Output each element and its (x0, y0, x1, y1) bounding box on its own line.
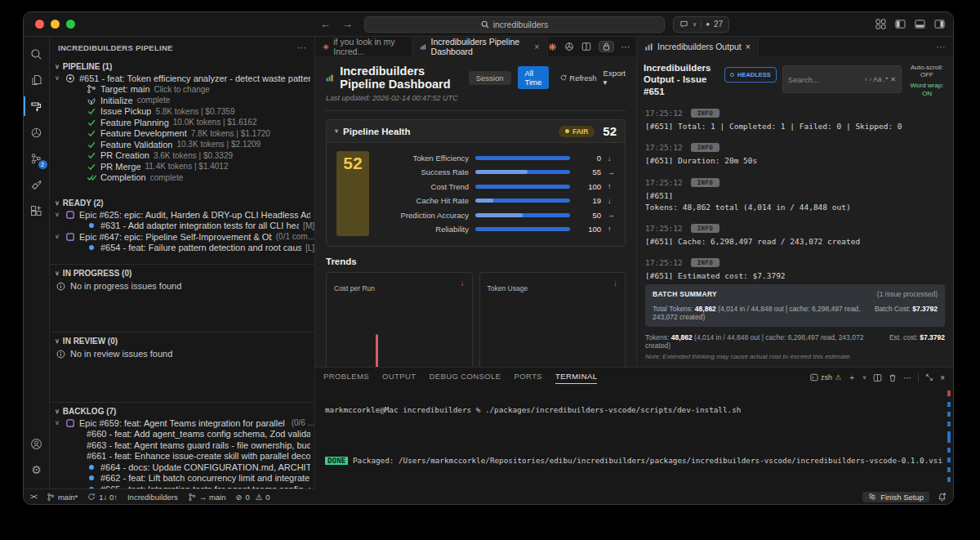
section-header-pipeline[interactable]: ∨ PIPELINE (1) (50, 60, 314, 73)
tree-item-detail: 10.0K tokens | $1.6162 (173, 118, 257, 127)
nav-back-icon[interactable]: ← (320, 18, 331, 30)
tree-item[interactable]: Feature Development 7.8K tokens | $1.172… (50, 128, 314, 140)
tab-output[interactable]: OUTPUT (382, 372, 416, 384)
files-view-icon[interactable] (24, 68, 50, 92)
tree-item[interactable]: ∨ Epic #647: epic: Pipeline Self-Improve… (50, 231, 314, 243)
info-icon (56, 350, 65, 359)
tab-incredibuilders-output[interactable]: Incredibuilders Output × (637, 37, 759, 56)
log-entry: 17:25:12 INFO [#651] Estimated cost: $7.… (645, 258, 945, 282)
chevron-down-icon[interactable]: ∨ (862, 374, 866, 381)
wordwrap-toggle[interactable]: Word wrap:ON (907, 82, 947, 96)
close-panel-icon[interactable]: × (940, 373, 945, 382)
tree-item[interactable]: Target: main Click to change (50, 84, 314, 96)
export-button[interactable]: Export ▾ (604, 69, 626, 87)
tree-item[interactable]: #663 - feat: Agent teams guard rails - f… (50, 440, 314, 451)
log-level-badge: INFO (691, 178, 719, 187)
tab-ports[interactable]: PORTS (514, 372, 543, 384)
tree-item[interactable]: #664 - docs: Update CONFIGURATION.md, AR… (50, 462, 314, 473)
pipeline-target[interactable]: → main (188, 493, 226, 502)
tree-item[interactable]: ∨ #651 - feat: Token efficiency analyzer… (50, 73, 314, 84)
tree-item[interactable]: ∨ Epic #659: feat: Agent Teams integrati… (50, 417, 314, 429)
close-tab-icon[interactable]: × (534, 42, 539, 51)
kill-terminal-icon[interactable] (889, 373, 897, 382)
tree-item[interactable]: #662 - feat: Lift batch concurrency limi… (50, 473, 314, 484)
project-name[interactable]: Incredibuilders (127, 493, 178, 502)
toggle-secondary-sidebar-icon[interactable] (934, 19, 945, 29)
notifications-bell-icon[interactable] (938, 493, 947, 502)
more-actions-icon[interactable]: ⋯ (621, 42, 630, 51)
finish-setup-button[interactable]: Finish Setup (862, 492, 929, 502)
output-search-input[interactable]: Search... ‹ › Aa .* ✕ (782, 65, 902, 93)
tree-item[interactable]: #631 - Add adapter integration tests for… (50, 221, 314, 232)
nav-forward-icon[interactable]: → (342, 18, 353, 30)
secondary-sidebar: Incredibuilders Output × ⋯ Incredibuilde… (636, 37, 953, 367)
openai-view-icon[interactable] (24, 120, 50, 145)
new-terminal-icon[interactable]: ＋ (848, 372, 856, 383)
extensions-view-icon[interactable] (24, 199, 50, 223)
tree-item[interactable]: Initialize complete (50, 95, 314, 106)
incredibuilders-view-icon[interactable] (24, 94, 50, 118)
more-actions-icon[interactable]: ⋯ (937, 42, 954, 51)
section-header-backlog[interactable]: ∨ BACKLOG (7) (50, 404, 314, 417)
sync-status[interactable]: 1↓ 0↑ (87, 493, 118, 502)
tree-item[interactable]: ∨ Epic #625: epic: Audit, Harden & DRY-u… (50, 209, 314, 221)
openai-icon[interactable] (564, 42, 574, 51)
lock-icon[interactable] (599, 41, 614, 52)
tree-item[interactable]: Completion complete (50, 172, 314, 184)
autoscroll-toggle[interactable]: Auto-scroll:OFF (907, 64, 947, 78)
branch-icon (47, 493, 55, 502)
sidebar-more-actions-icon[interactable]: ⋯ (297, 42, 306, 53)
tools-view-icon[interactable] (24, 172, 50, 197)
tree-item[interactable]: Feature Validation 10.3K tokens | $2.120… (50, 139, 314, 150)
tab-claude-chat[interactable]: if you look in my Incred... (315, 37, 412, 56)
pipeline-graph-view-icon[interactable]: 2 (24, 146, 50, 171)
terminal-output[interactable]: markmccorkle@Mac incredibuilders % ./pac… (315, 387, 953, 491)
refresh-button[interactable]: Refresh (560, 74, 596, 83)
tree-item[interactable]: #661 - feat: Enhance issue-create skill … (50, 451, 314, 462)
split-editor-icon[interactable] (581, 42, 591, 51)
tab-pipeline-dashboard[interactable]: Incredibuilders Pipeline Dashboard × (412, 37, 547, 56)
split-terminal-icon[interactable] (873, 373, 882, 382)
tree-item[interactable]: #660 - feat: Add agent_teams config sche… (50, 429, 314, 440)
output-log-list[interactable]: 17:25:12 INFO [#651] Total: 1 | Complete… (637, 102, 953, 283)
section-header-in-review[interactable]: ∨ IN REVIEW (0) (50, 334, 314, 347)
customize-layout-icon[interactable] (875, 19, 886, 29)
tree-item[interactable]: #654 - feat: Failure pattern detection a… (50, 243, 314, 254)
command-center-search[interactable]: incredibuilders (364, 16, 665, 33)
accounts-icon[interactable] (24, 431, 50, 456)
tree-item[interactable]: Issue Pickup 5.8K tokens | $0.7359 (50, 106, 314, 118)
branch-status[interactable]: main* (47, 493, 78, 502)
section-header-ready[interactable]: ∨ READY (2) (50, 196, 314, 209)
tab-problems[interactable]: PROBLEMS (323, 372, 369, 384)
search-controls[interactable]: ‹ › Aa .* ✕ (865, 75, 896, 83)
title-bar: ← → incredibuilders ∨ ● 27 (24, 12, 953, 37)
search-view-icon[interactable] (24, 42, 50, 66)
close-window-button[interactable] (35, 20, 44, 29)
tree-item[interactable]: Feature Planning 10.0K tokens | $1.6162 (50, 117, 314, 128)
tab-terminal[interactable]: TERMINAL (555, 372, 597, 384)
session-toggle-button[interactable]: Session (469, 71, 511, 85)
tree-item-detail: 5.8K tokens | $0.7359 (155, 107, 234, 116)
settings-gear-icon[interactable]: ⚙ (24, 457, 50, 482)
shell-label[interactable]: zsh ⚠ (810, 373, 841, 382)
claude-icon[interactable] (548, 42, 557, 51)
trend-chart-card: Cost per Run ↓ (326, 272, 473, 367)
toggle-panel-icon[interactable] (915, 19, 925, 29)
alltime-toggle-button[interactable]: All Time (518, 66, 550, 89)
tree-item[interactable]: PR Creation 3.6K tokens | $0.3329 (50, 150, 314, 162)
section-header-in-progress[interactable]: ∨ IN PROGRESS (0) (50, 266, 314, 279)
toggle-primary-sidebar-icon[interactable] (895, 19, 906, 29)
problems-status[interactable]: ⊘0 ⚠0 (235, 493, 270, 502)
copilot-chat-control[interactable]: ∨ ● 27 (673, 16, 729, 33)
tab-debug-console[interactable]: DEBUG CONSOLE (429, 372, 501, 384)
tree-item-detail: 7.8K tokens | $1.1720 (191, 129, 270, 138)
output-panel-title: Incredibuilders Output - Issue #651 (644, 62, 719, 97)
zoom-window-button[interactable] (66, 20, 75, 29)
maximize-panel-icon[interactable] (925, 373, 933, 382)
tree-item[interactable]: PR Merge 11.4K tokens | $1.4012 (50, 161, 314, 172)
pipeline-health-header[interactable]: ▾Pipeline Health FAIR 52 (327, 120, 625, 143)
minimize-window-button[interactable] (51, 20, 60, 29)
remote-indicator[interactable]: >< (30, 493, 37, 501)
close-tab-icon[interactable]: × (746, 42, 751, 51)
more-actions-icon[interactable]: ⋯ (903, 373, 911, 382)
